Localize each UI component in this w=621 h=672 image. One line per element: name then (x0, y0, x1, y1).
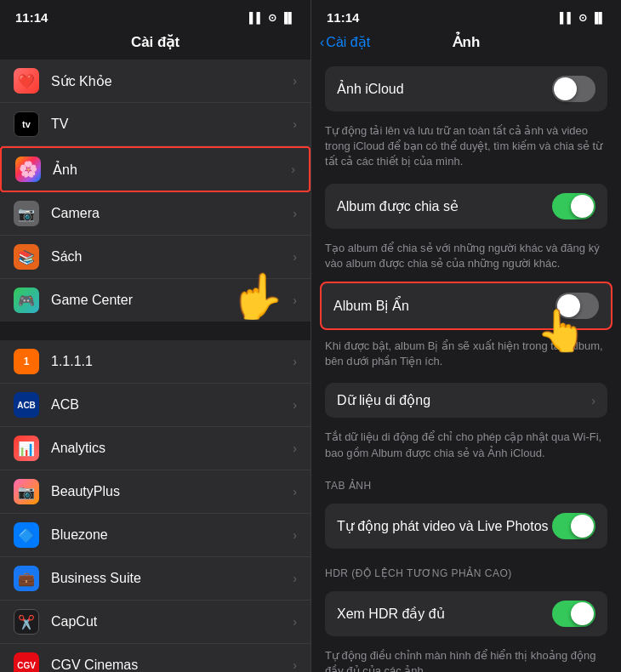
group-hdr: Xem HDR đầy đủ (325, 591, 607, 636)
settings-list-right[interactable]: Ảnh iCloud Tự động tải lên và lưu trữ an… (311, 60, 621, 672)
chevron-sach: › (293, 250, 297, 264)
chevron-camera: › (293, 207, 297, 220)
settings-list-left[interactable]: ❤️ Sức Khỏe › tv TV › 🌸 Ảnh › 📷 Camera › (0, 60, 310, 672)
icon-acb: ACB (14, 392, 39, 418)
settings-item-acb[interactable]: ACB ACB › (0, 384, 310, 427)
chevron-tv: › (293, 117, 297, 131)
right-panel: 11:14 ▌▌ ⊙ ▐▌ ‹ Cài đặt Ảnh Ảnh iCloud T… (310, 0, 621, 672)
nav-bar-right: ‹ Cài đặt Ảnh (311, 30, 621, 60)
settings-item-cgv[interactable]: CGV CGV Cinemas › (0, 644, 310, 672)
settings-item-capcut[interactable]: ✂️ CapCut › (0, 601, 310, 644)
label-anh: Ảnh (53, 162, 291, 178)
toggle-knob-shared (571, 195, 594, 218)
label-icloud: Ảnh iCloud (337, 81, 552, 97)
desc-shared-album: Tạo album để chia sẻ với những người khá… (311, 236, 621, 278)
label-tv: TV (51, 117, 293, 132)
label-bluezone: Bluezone (51, 527, 293, 543)
row-mobile-data[interactable]: Dữ liệu di động › (325, 383, 607, 418)
back-label: Cài đặt (326, 34, 370, 50)
label-sach: Sách (51, 249, 293, 265)
back-chevron-icon: ‹ (320, 35, 324, 50)
label-hidden-album: Album Bị Ẩn (333, 298, 555, 314)
row-autoplay[interactable]: Tự động phát video và Live Photos (325, 504, 607, 549)
label-hdr: Xem HDR đầy đủ (337, 606, 552, 622)
settings-item-camera[interactable]: 📷 Camera › (0, 192, 310, 236)
row-shared-album[interactable]: Album được chia sẻ (325, 184, 607, 229)
chevron-game-center: › (293, 293, 297, 307)
label-shared-album: Album được chia sẻ (337, 198, 552, 214)
status-bar-right: 11:14 ▌▌ ⊙ ▐▌ (311, 0, 621, 30)
chevron-business-suite: › (293, 572, 297, 585)
nav-bar-left: Cài đặt (0, 30, 310, 60)
chevron-acb: › (293, 398, 297, 412)
icon-tv: tv (14, 111, 39, 137)
time-left: 11:14 (15, 10, 48, 25)
chevron-anh: › (291, 162, 295, 176)
label-capcut: CapCut (51, 614, 293, 629)
settings-item-anh[interactable]: 🌸 Ảnh › (0, 146, 310, 192)
row-hidden-album[interactable]: Album Bị Ẩn (322, 283, 611, 328)
settings-item-bluezone[interactable]: 🔷 Bluezone › (0, 514, 310, 557)
icon-cgv: CGV (14, 652, 39, 672)
settings-item-1111[interactable]: 1 1.1.1.1 › (0, 340, 310, 384)
label-1111: 1.1.1.1 (51, 354, 293, 369)
settings-section-apps: 1 1.1.1.1 › ACB ACB › 📊 Analytics › 📷 Be… (0, 340, 310, 672)
label-cgv: CGV Cinemas (51, 658, 293, 672)
status-icons-left: ▌▌ ⊙ ▐▌ (249, 12, 295, 24)
desc-hidden-album: Khi được bật, album Bị ẩn sẽ xuất hiện t… (311, 333, 621, 376)
settings-item-suc-khoe[interactable]: ❤️ Sức Khỏe › (0, 60, 310, 103)
icon-game-center: 🎮 (14, 288, 39, 313)
icon-capcut: ✂️ (14, 609, 39, 635)
toggle-knob-autoplay (571, 515, 594, 538)
arrow-mobile-data: › (591, 394, 595, 407)
toggle-autoplay[interactable] (552, 513, 595, 539)
label-beautyplus: BeautyPlus (51, 484, 293, 499)
label-business-suite: Business Suite (51, 571, 293, 586)
toggle-hidden-album[interactable] (555, 293, 599, 319)
nav-title-right: Ảnh (453, 33, 481, 51)
icon-bluezone: 🔷 (14, 522, 39, 548)
group-autoplay: Tự động phát video và Live Photos (325, 504, 607, 549)
icon-beautyplus: 📷 (14, 479, 39, 504)
label-analytics: Analytics (51, 441, 293, 456)
settings-section-top: ❤️ Sức Khỏe › tv TV › 🌸 Ảnh › 📷 Camera › (0, 60, 310, 322)
group-shared-album: Album được chia sẻ (325, 184, 607, 229)
row-hdr[interactable]: Xem HDR đầy đủ (325, 591, 607, 636)
toggle-shared-album[interactable] (552, 193, 595, 219)
settings-item-beautyplus[interactable]: 📷 BeautyPlus › (0, 470, 310, 514)
toggle-knob-hdr (571, 602, 594, 625)
chevron-suc-khoe: › (293, 74, 297, 88)
chevron-bluezone: › (293, 528, 297, 542)
section-header-hdr: HDR (ĐỘ LỆCH TƯƠNG PHẢN CAO) (311, 555, 621, 584)
divider-1 (0, 323, 310, 340)
chevron-cgv: › (293, 658, 297, 672)
toggle-hdr[interactable] (552, 601, 595, 627)
settings-item-game-center[interactable]: 🎮 Game Center › 👆 (0, 279, 310, 322)
chevron-beautyplus: › (293, 485, 297, 498)
left-panel: 11:14 ▌▌ ⊙ ▐▌ Cài đặt ❤️ Sức Khỏe › tv T… (0, 0, 310, 672)
icon-suc-khoe: ❤️ (14, 68, 39, 94)
group-icloud: Ảnh iCloud (325, 66, 607, 111)
label-game-center: Game Center (51, 293, 293, 308)
status-bar-left: 11:14 ▌▌ ⊙ ▐▌ (0, 0, 310, 30)
icon-anh: 🌸 (15, 157, 41, 182)
nav-title-left: Cài đặt (131, 33, 179, 51)
toggle-knob-icloud (554, 77, 577, 100)
row-icloud[interactable]: Ảnh iCloud (325, 66, 607, 111)
icon-1111: 1 (14, 349, 39, 374)
label-autoplay: Tự động phát video và Live Photos (337, 518, 552, 534)
settings-item-business-suite[interactable]: 💼 Business Suite › (0, 557, 310, 601)
chevron-1111: › (293, 355, 297, 368)
toggle-icloud[interactable] (552, 76, 595, 102)
settings-item-analytics[interactable]: 📊 Analytics › (0, 427, 310, 470)
time-right: 11:14 (327, 10, 359, 25)
icon-business-suite: 💼 (14, 566, 39, 591)
settings-item-sach[interactable]: 📚 Sách › (0, 236, 310, 279)
label-mobile-data: Dữ liệu di động (337, 392, 591, 408)
back-button[interactable]: ‹ Cài đặt (320, 34, 370, 50)
icon-sach: 📚 (14, 244, 39, 270)
chevron-analytics: › (293, 441, 297, 455)
chevron-capcut: › (293, 615, 297, 629)
label-acb: ACB (51, 397, 293, 413)
settings-item-tv[interactable]: tv TV › (0, 103, 310, 146)
